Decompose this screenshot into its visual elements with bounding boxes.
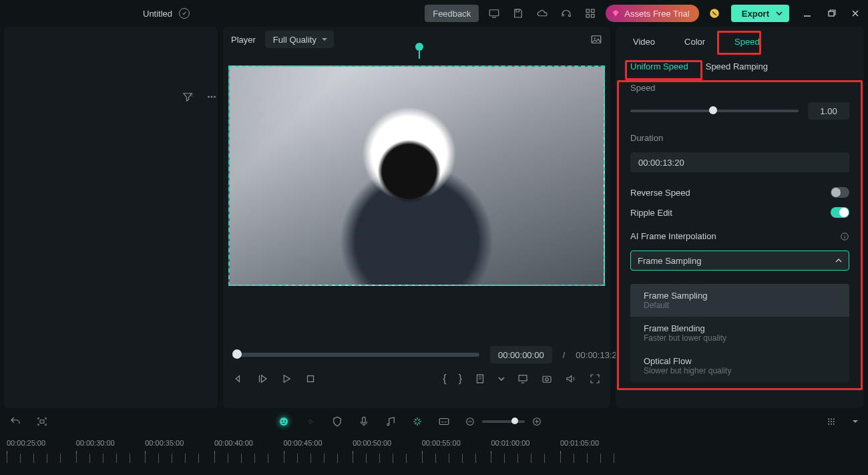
undo-icon[interactable] — [9, 416, 21, 428]
svg-rect-24 — [363, 417, 366, 423]
project-title: Untitled — [143, 9, 172, 19]
reverse-speed-toggle[interactable] — [831, 187, 849, 198]
snapshot-icon[interactable] — [541, 373, 553, 385]
caption-icon[interactable] — [438, 416, 450, 428]
more-icon[interactable] — [206, 91, 218, 103]
grid-small-icon[interactable] — [825, 416, 837, 428]
tab-color[interactable]: Color — [682, 33, 708, 51]
interpolation-selected: Frame Sampling — [638, 256, 701, 266]
player-label: Player — [231, 35, 256, 45]
scrub-handle[interactable] — [232, 349, 242, 359]
music-icon[interactable] — [385, 416, 397, 428]
option-title: Frame Blending — [644, 323, 836, 333]
play-pause-icon[interactable] — [256, 373, 268, 385]
prev-frame-icon[interactable] — [232, 373, 244, 385]
svg-point-23 — [309, 420, 312, 424]
subtab-uniform-speed[interactable]: Uniform Speed — [630, 61, 688, 71]
preview-area[interactable] — [228, 55, 605, 342]
ripple-edit-toggle[interactable] — [831, 207, 849, 218]
option-frame-blending[interactable]: Frame Blending Faster but lower quality — [630, 317, 849, 349]
svg-rect-5 — [592, 15, 595, 18]
play-icon[interactable] — [280, 373, 292, 385]
zoom-slider[interactable] — [482, 420, 525, 423]
display-icon[interactable] — [517, 373, 529, 385]
image-icon[interactable] — [590, 33, 602, 45]
tab-video[interactable]: Video — [630, 33, 658, 51]
svg-point-30 — [833, 418, 835, 420]
speed-value[interactable]: 1.00 — [808, 102, 849, 120]
speed-slider-handle[interactable] — [709, 106, 717, 114]
camera-bracket-icon[interactable] — [36, 416, 48, 428]
chevron-up-icon — [835, 257, 842, 264]
duration-value: 00:00:13:20 — [638, 158, 684, 168]
info-icon[interactable] — [840, 232, 849, 241]
fullscreen-icon[interactable] — [589, 373, 601, 385]
ruler-tick: 00:00:35:00 — [145, 439, 212, 447]
ai-face-icon[interactable] — [278, 416, 290, 428]
svg-rect-13 — [308, 376, 314, 382]
monitor-icon[interactable] — [485, 5, 503, 22]
cloud-icon[interactable] — [533, 5, 551, 22]
option-optical-flow[interactable]: Optical Flow Slower but higher quality — [630, 349, 849, 382]
feedback-button[interactable]: Feedback — [425, 5, 479, 22]
caret-down-icon[interactable] — [852, 418, 859, 425]
svg-point-8 — [208, 96, 210, 98]
svg-point-22 — [284, 420, 286, 422]
inspector-pane: Video Color Speed Uniform Speed Speed Ra… — [616, 27, 864, 408]
chevron-down-icon — [776, 10, 783, 17]
option-subtitle: Default — [644, 301, 836, 310]
quality-dropdown[interactable]: Full Quality — [265, 31, 334, 48]
ruler-tick: 00:00:30:00 — [76, 439, 143, 447]
speed-slider[interactable] — [630, 110, 799, 112]
timeline-area: 00:00:25:00 00:00:30:00 00:00:35:00 00:0… — [0, 408, 868, 475]
headphones-icon[interactable] — [558, 5, 575, 22]
svg-point-34 — [828, 424, 829, 425]
svg-point-10 — [214, 96, 216, 98]
unsaved-icon — [179, 8, 190, 19]
tab-speed[interactable]: Speed — [732, 33, 763, 51]
playhead-marker[interactable] — [415, 43, 423, 59]
svg-rect-19 — [40, 420, 44, 424]
subtab-speed-ramping[interactable]: Speed Ramping — [706, 61, 768, 71]
window-minimize-icon[interactable] — [803, 9, 812, 18]
filter-icon[interactable] — [182, 91, 194, 103]
interpolation-menu: Frame Sampling Default Frame Blending Fa… — [630, 284, 849, 382]
brace-close-icon[interactable]: } — [459, 373, 462, 385]
duration-field[interactable]: 00:00:13:20 — [630, 152, 849, 172]
svg-point-31 — [828, 421, 829, 422]
scrub-track[interactable] — [232, 353, 479, 357]
svg-point-29 — [831, 418, 832, 420]
diamond-icon — [611, 9, 620, 18]
zoom-out-icon[interactable] — [465, 416, 475, 427]
app-logo-icon[interactable] — [706, 5, 723, 22]
zoom-slider-handle[interactable] — [511, 418, 518, 424]
svg-rect-2 — [586, 9, 590, 13]
stop-icon[interactable] — [304, 373, 316, 385]
sparkle-icon[interactable] — [304, 416, 316, 428]
save-icon[interactable] — [509, 5, 527, 22]
export-button[interactable]: Export — [731, 5, 789, 22]
chevron-down-small-icon[interactable] — [498, 375, 505, 382]
mic-icon[interactable] — [358, 416, 370, 428]
quality-value: Full Quality — [273, 35, 316, 45]
mark-icon[interactable] — [474, 373, 486, 385]
timeline-ruler[interactable]: 00:00:25:00 00:00:30:00 00:00:35:00 00:0… — [0, 435, 868, 471]
option-subtitle: Slower but higher quality — [644, 366, 836, 375]
enhance-icon[interactable] — [411, 416, 423, 428]
preview-clip[interactable] — [228, 65, 605, 286]
ruler-tick: 00:01:05:00 — [560, 439, 627, 447]
option-title: Frame Sampling — [644, 291, 836, 301]
assets-trial-button[interactable]: Assets Free Trial — [606, 5, 699, 22]
window-restore-icon[interactable] — [827, 9, 836, 18]
window-close-icon[interactable] — [851, 9, 860, 18]
zoom-in-icon[interactable] — [531, 416, 542, 427]
option-frame-sampling[interactable]: Frame Sampling Default — [630, 284, 849, 317]
grid-icon[interactable] — [582, 5, 599, 22]
ruler-tick: 00:00:50:00 — [353, 439, 419, 447]
shield-icon[interactable] — [331, 416, 343, 428]
svg-point-20 — [280, 418, 288, 426]
media-pane — [4, 27, 218, 408]
brace-open-icon[interactable]: { — [443, 373, 446, 385]
interpolation-dropdown[interactable]: Frame Sampling — [630, 251, 849, 271]
volume-icon[interactable] — [565, 373, 577, 385]
